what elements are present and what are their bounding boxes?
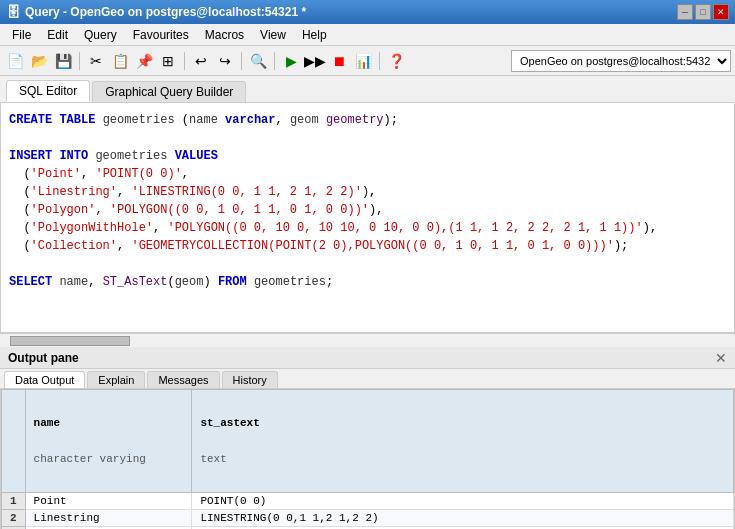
window-title: Query - OpenGeo on postgres@localhost:54… <box>25 5 306 19</box>
tab-sql-editor[interactable]: SQL Editor <box>6 80 90 102</box>
col-type-st_astext: text <box>200 453 725 465</box>
sql-line-4: ('Point', 'POINT(0 0)', <box>9 165 726 183</box>
table-row: 1 Point POINT(0 0) <box>2 493 734 510</box>
title-bar-left: 🗄 Query - OpenGeo on postgres@localhost:… <box>6 4 306 20</box>
col-header-name: name character varying <box>25 390 192 493</box>
explain-button[interactable]: 📊 <box>352 50 374 72</box>
sql-line-10: SELECT name, ST_AsText(geom) FROM geomet… <box>9 273 726 291</box>
col-name-name: name <box>34 417 184 429</box>
row-name: Linestring <box>25 510 192 527</box>
col-header-num <box>2 390 26 493</box>
col-type-name: character varying <box>34 453 184 465</box>
sql-line-2 <box>9 129 726 147</box>
open-button[interactable]: 📂 <box>28 50 50 72</box>
connection-area: OpenGeo on postgres@localhost:54321 <box>511 50 731 72</box>
tab-messages[interactable]: Messages <box>147 371 219 388</box>
tab-data-output[interactable]: Data Output <box>4 371 85 388</box>
col-name-st_astext: st_astext <box>200 417 725 429</box>
output-header: Output pane ✕ <box>0 347 735 369</box>
output-close-button[interactable]: ✕ <box>715 350 727 366</box>
sql-line-7: ('PolygonWithHole', 'POLYGON((0 0, 10 0,… <box>9 219 726 237</box>
db-icon: 🗄 <box>6 4 20 20</box>
search-button[interactable]: 🔍 <box>247 50 269 72</box>
redo-button[interactable]: ↪ <box>214 50 236 72</box>
toolbar: 📄 📂 💾 ✂ 📋 📌 ⊞ ↩ ↪ 🔍 ▶ ▶▶ ⏹ 📊 ❓ OpenGeo o… <box>0 46 735 76</box>
sep1 <box>79 52 80 70</box>
h-scrollbar-thumb[interactable] <box>10 336 130 346</box>
format-button[interactable]: ⊞ <box>157 50 179 72</box>
sql-line-3: INSERT INTO geometries VALUES <box>9 147 726 165</box>
stop-button[interactable]: ⏹ <box>328 50 350 72</box>
undo-button[interactable]: ↩ <box>190 50 212 72</box>
menu-view[interactable]: View <box>252 26 294 44</box>
menu-edit[interactable]: Edit <box>39 26 76 44</box>
paste-button[interactable]: 📌 <box>133 50 155 72</box>
menu-bar: File Edit Query Favourites Macros View H… <box>0 24 735 46</box>
maximize-button[interactable]: □ <box>695 4 711 20</box>
tab-history[interactable]: History <box>222 371 278 388</box>
sep2 <box>184 52 185 70</box>
sep5 <box>379 52 380 70</box>
menu-macros[interactable]: Macros <box>197 26 252 44</box>
menu-favourites[interactable]: Favourites <box>125 26 197 44</box>
editor-tabs: SQL Editor Graphical Query Builder <box>0 76 735 103</box>
row-num: 1 <box>2 493 26 510</box>
tab-graphical-query[interactable]: Graphical Query Builder <box>92 81 246 102</box>
sql-line-5: ('Linestring', 'LINESTRING(0 0, 1 1, 2 1… <box>9 183 726 201</box>
sql-line-6: ('Polygon', 'POLYGON((0 0, 1 0, 1 1, 0 1… <box>9 201 726 219</box>
menu-help[interactable]: Help <box>294 26 335 44</box>
col-header-st_astext: st_astext text <box>192 390 734 493</box>
output-pane-title: Output pane <box>8 351 79 365</box>
data-table-wrapper[interactable]: name character varying st_astext text 1 … <box>0 389 735 529</box>
title-bar: 🗄 Query - OpenGeo on postgres@localhost:… <box>0 0 735 24</box>
help-button[interactable]: ❓ <box>385 50 407 72</box>
table-row: 2 Linestring LINESTRING(0 0,1 1,2 1,2 2) <box>2 510 734 527</box>
sql-line-1: CREATE TABLE geometries (name varchar, g… <box>9 111 726 129</box>
minimize-button[interactable]: ─ <box>677 4 693 20</box>
copy-button[interactable]: 📋 <box>109 50 131 72</box>
row-value: LINESTRING(0 0,1 1,2 1,2 2) <box>192 510 734 527</box>
sql-editor[interactable]: CREATE TABLE geometries (name varchar, g… <box>0 103 735 333</box>
sql-line-8: ('Collection', 'GEOMETRYCOLLECTION(POINT… <box>9 237 726 255</box>
close-button[interactable]: ✕ <box>713 4 729 20</box>
data-table: name character varying st_astext text 1 … <box>1 389 734 529</box>
row-name: Point <box>25 493 192 510</box>
menu-query[interactable]: Query <box>76 26 125 44</box>
row-num: 2 <box>2 510 26 527</box>
sql-line-9 <box>9 255 726 273</box>
main-content: SQL Editor Graphical Query Builder CREAT… <box>0 76 735 529</box>
menu-file[interactable]: File <box>4 26 39 44</box>
new-button[interactable]: 📄 <box>4 50 26 72</box>
h-scrollbar[interactable] <box>0 333 735 347</box>
sep3 <box>241 52 242 70</box>
run-button[interactable]: ▶ <box>280 50 302 72</box>
save-button[interactable]: 💾 <box>52 50 74 72</box>
output-tabs: Data Output Explain Messages History <box>0 369 735 389</box>
sep4 <box>274 52 275 70</box>
tab-explain[interactable]: Explain <box>87 371 145 388</box>
editor-section: SQL Editor Graphical Query Builder CREAT… <box>0 76 735 347</box>
title-bar-controls[interactable]: ─ □ ✕ <box>677 4 729 20</box>
run-script-button[interactable]: ▶▶ <box>304 50 326 72</box>
row-value: POINT(0 0) <box>192 493 734 510</box>
cut-button[interactable]: ✂ <box>85 50 107 72</box>
connection-select[interactable]: OpenGeo on postgres@localhost:54321 <box>511 50 731 72</box>
output-section: Output pane ✕ Data Output Explain Messag… <box>0 347 735 529</box>
